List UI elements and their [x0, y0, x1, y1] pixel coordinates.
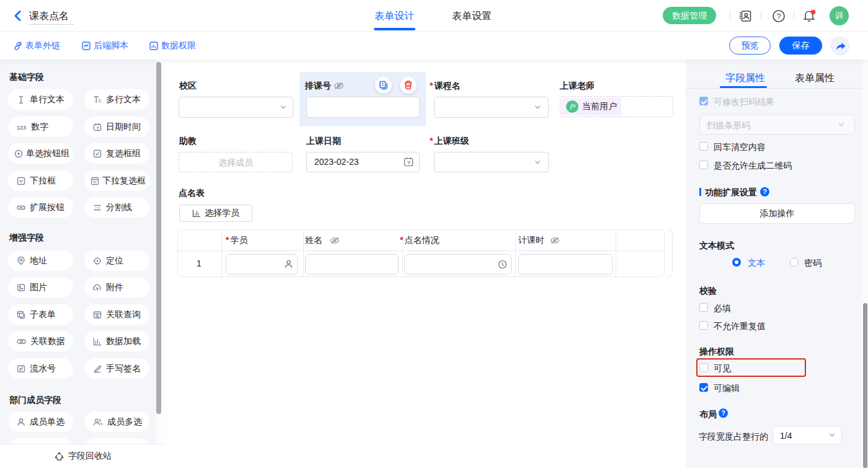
svg-text:?: ?	[777, 12, 781, 21]
svg-text:123: 123	[17, 124, 26, 130]
